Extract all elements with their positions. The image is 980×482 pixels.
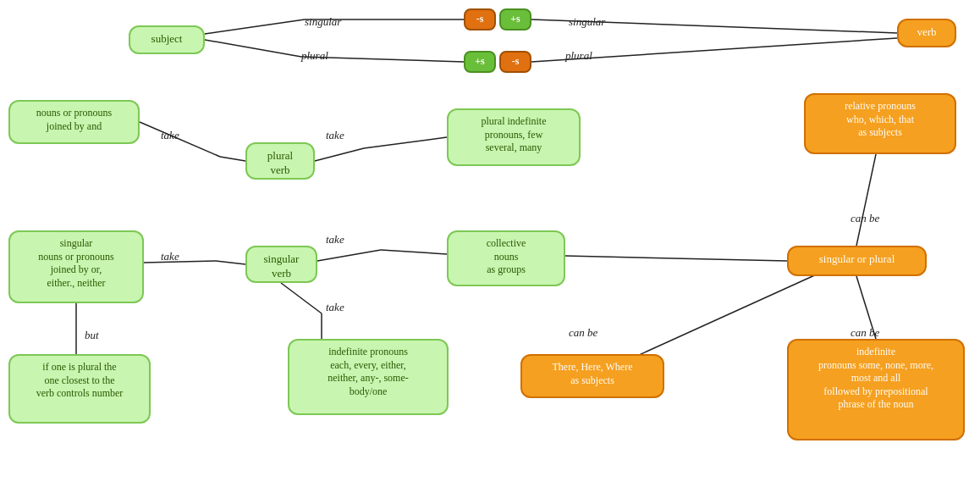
label-singular-top: singular (305, 15, 341, 29)
svg-line-13 (317, 250, 381, 261)
if-one-plural-node: if one is plural theone closest to theve… (8, 354, 151, 424)
label-take1: take (161, 129, 179, 142)
label-plural-right: plural (565, 49, 592, 63)
singular-nouns-or-node: singularnouns or pronounsjoined by or,ei… (8, 230, 144, 303)
label-take3: take (161, 250, 179, 263)
badge-minus-s-bot: -s (499, 51, 531, 73)
subject-label: subject (151, 32, 183, 45)
svg-line-10 (856, 154, 876, 246)
collective-nouns-node: collectivenounsas groups (447, 230, 565, 286)
plural-indefinite-node: plural indefinitepronouns, fewseveral, m… (447, 108, 581, 166)
singular-or-plural-node: singular or plural (787, 246, 927, 276)
badge-minus-s-top: -s (464, 8, 496, 30)
plural-verb-node: pluralverb (245, 142, 315, 180)
svg-line-8 (315, 148, 364, 161)
relative-pronouns-node: relative pronounswho, which, thatas subj… (804, 93, 956, 154)
label-but: but (85, 329, 99, 342)
label-can-be1: can be (851, 212, 879, 225)
label-take4: take (326, 233, 344, 247)
there-here-where-node: There, Here, Whereas subjects (520, 354, 664, 398)
svg-line-11 (144, 261, 216, 263)
svg-line-9 (364, 137, 447, 148)
badge-plus-s-bot: +s (464, 51, 496, 73)
label-can-be3: can be (851, 326, 879, 340)
verb-node: verb (897, 19, 956, 47)
verb-label: verb (917, 25, 936, 38)
svg-line-14 (381, 250, 447, 254)
label-take5: take (326, 301, 344, 314)
nouns-and-node: nouns or pronounsjoined by and (8, 100, 140, 144)
svg-line-12 (216, 261, 245, 264)
label-take2: take (326, 129, 344, 142)
svg-line-6 (140, 122, 220, 157)
svg-line-0 (205, 19, 305, 34)
label-singular-right: singular (569, 15, 605, 29)
svg-line-7 (220, 157, 245, 161)
svg-line-20 (565, 256, 787, 261)
indefinite-some-node: indefinitepronouns some, none, more,most… (787, 339, 965, 440)
label-plural-top: plural (301, 49, 328, 63)
badge-plus-s-top: +s (499, 8, 531, 30)
svg-line-15 (281, 283, 322, 313)
singular-verb-node: singularverb (245, 246, 317, 283)
indefinite-pronouns-node: indefinite pronounseach, every, either,n… (288, 339, 449, 415)
subject-node: subject (129, 25, 205, 54)
svg-line-2 (205, 40, 301, 57)
label-can-be2: can be (569, 326, 597, 340)
